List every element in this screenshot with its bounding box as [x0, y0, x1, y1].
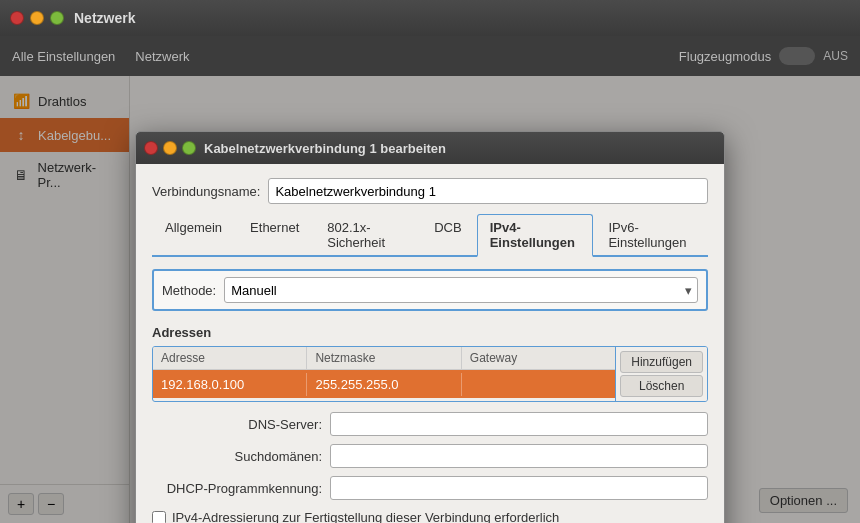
tab-security[interactable]: 802.1x-Sicherheit [314, 214, 419, 255]
dialog-content: Verbindungsname: Allgemein Ethernet 802.… [136, 164, 724, 523]
top-bar: Alle Einstellungen Netzwerk Flugzeugmodu… [0, 36, 860, 76]
dhcp-id-input[interactable] [330, 476, 708, 500]
dns-row: DNS-Server: [152, 412, 708, 436]
method-label: Methode: [162, 283, 216, 298]
top-bar-nav: Alle Einstellungen Netzwerk [12, 49, 190, 64]
checkbox-label: IPv4-Adressierung zur Fertigstellung die… [172, 510, 559, 523]
tabs-bar: Allgemein Ethernet 802.1x-Sicherheit DCB [152, 214, 708, 257]
minimize-button[interactable] [30, 11, 44, 25]
dialog-max-button[interactable] [182, 141, 196, 155]
flight-mode-toggle[interactable] [779, 47, 815, 65]
cell-gateway [462, 380, 615, 388]
method-select[interactable]: Manuell Automatisch (DHCP) Nur lokale Ve… [224, 277, 698, 303]
edit-dialog: Kabelnetzwerkverbindung 1 bearbeiten Ver… [135, 131, 725, 523]
title-bar: Netzwerk [0, 0, 860, 36]
modal-overlay: Kabelnetzwerkverbindung 1 bearbeiten Ver… [0, 76, 860, 523]
top-bar-right: Flugzeugmodus AUS [679, 47, 848, 65]
tab-ipv6[interactable]: IPv6-Einstellungen [595, 214, 706, 255]
method-row: Methode: Manuell Automatisch (DHCP) Nur … [152, 269, 708, 311]
title-bar-buttons [10, 11, 64, 25]
dhcp-id-row: DHCP-Programmkennung: [152, 476, 708, 500]
flight-mode-label: Flugzeugmodus [679, 49, 772, 64]
cell-address: 192.168.0.100 [153, 373, 307, 396]
search-domains-row: Suchdomänen: [152, 444, 708, 468]
table-buttons: Hinzufügen Löschen [615, 347, 707, 401]
header-netmask: Netzmaske [307, 347, 461, 369]
dialog-title-bar: Kabelnetzwerkverbindung 1 bearbeiten [136, 132, 724, 164]
table-row[interactable]: 192.168.0.100 255.255.255.0 [153, 370, 615, 398]
ipv4-required-checkbox[interactable] [152, 511, 166, 524]
content-area: 📶 Drahtlos ↕ Kabelgebu... 🖥 Netzwerk-Pr.… [0, 76, 860, 523]
close-button[interactable] [10, 11, 24, 25]
search-domains-label: Suchdomänen: [152, 449, 322, 464]
dns-label: DNS-Server: [152, 417, 322, 432]
add-address-button[interactable]: Hinzufügen [620, 351, 703, 373]
dialog-close-button[interactable] [144, 141, 158, 155]
connection-name-input[interactable] [268, 178, 708, 204]
network-link[interactable]: Netzwerk [135, 49, 189, 64]
tab-ipv4[interactable]: IPv4-Einstellungen [477, 214, 594, 257]
flight-mode-status: AUS [823, 49, 848, 63]
header-gateway: Gateway [462, 347, 615, 369]
tab-allgemein[interactable]: Allgemein [152, 214, 235, 255]
tab-ethernet[interactable]: Ethernet [237, 214, 312, 255]
connection-name-label: Verbindungsname: [152, 184, 260, 199]
cell-netmask: 255.255.255.0 [307, 373, 461, 396]
checkbox-row: IPv4-Adressierung zur Fertigstellung die… [152, 510, 708, 523]
method-select-wrapper: Manuell Automatisch (DHCP) Nur lokale Ve… [224, 277, 698, 303]
addresses-table-container: Adresse Netzmaske Gateway 192.168.0.100 … [152, 346, 708, 402]
dns-input[interactable] [330, 412, 708, 436]
window-title: Netzwerk [74, 10, 135, 26]
header-address: Adresse [153, 347, 307, 369]
main-window: Netzwerk Alle Einstellungen Netzwerk Flu… [0, 0, 860, 523]
connection-name-row: Verbindungsname: [152, 178, 708, 204]
search-domains-input[interactable] [330, 444, 708, 468]
addresses-title: Adressen [152, 325, 708, 340]
tab-dcb[interactable]: DCB [421, 214, 474, 255]
addresses-section: Adressen Adresse Netzmaske Gateway 192.1… [152, 325, 708, 402]
dhcp-id-label: DHCP-Programmkennung: [152, 481, 322, 496]
table-header: Adresse Netzmaske Gateway [153, 347, 615, 370]
all-settings-link[interactable]: Alle Einstellungen [12, 49, 115, 64]
addresses-table: Adresse Netzmaske Gateway 192.168.0.100 … [153, 347, 615, 401]
dialog-min-button[interactable] [163, 141, 177, 155]
maximize-button[interactable] [50, 11, 64, 25]
dialog-title: Kabelnetzwerkverbindung 1 bearbeiten [204, 141, 446, 156]
delete-address-button[interactable]: Löschen [620, 375, 703, 397]
dialog-title-buttons [144, 141, 196, 155]
